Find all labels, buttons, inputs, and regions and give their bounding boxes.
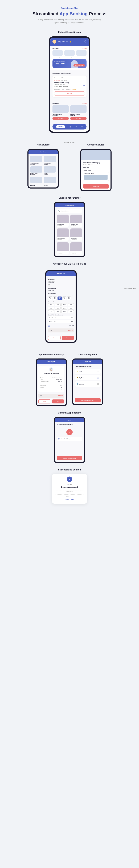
service-grid-item[interactable]: Dental Implant$100.00 <box>44 156 56 165</box>
category-heading: Category <box>53 48 59 49</box>
date-chip[interactable]: Fri28 <box>67 297 71 300</box>
label-choose-doctor: Choose your Doctor <box>3 196 136 199</box>
addon-item[interactable]: Dental X-Ray$75 <box>48 320 74 323</box>
receipt-status: Booking Accepted <box>55 486 84 488</box>
payment-header: Payment <box>73 360 102 364</box>
bell-icon[interactable] <box>84 40 86 43</box>
search-doctor-input[interactable]: 🔍 Search Doctor <box>57 209 82 213</box>
month-next[interactable]: April <box>72 294 74 296</box>
service-detail-image <box>81 150 111 160</box>
check-icon: ✓ <box>67 476 72 482</box>
time-slot[interactable]: 13:00 <box>48 310 54 313</box>
time-slot[interactable]: 13:30 <box>55 310 61 313</box>
service-grid-item[interactable]: Veneers$145.00 <box>44 177 56 186</box>
home-header: Hey, John Doe 👋 <box>50 38 89 45</box>
doctor-card[interactable]: Amelia CarterPedodontist <box>71 242 82 254</box>
appointment-id: Appointment #10 <box>54 77 63 79</box>
label-all-services: All Services <box>37 144 50 146</box>
service-card[interactable]: Tooth Extraction $155.00 Book Now <box>53 105 68 120</box>
more-icon[interactable]: ⋮ <box>84 77 85 79</box>
search-icon: 🔍 <box>58 210 60 212</box>
avatar[interactable] <box>53 40 56 43</box>
home-icon: ⌂ <box>58 126 59 127</box>
label-success: Successfully Booked <box>3 468 136 471</box>
time-slot[interactable]: 10:00 <box>61 303 67 306</box>
service-card[interactable]: Dental Implant ... $100.00 Book Now <box>71 105 86 120</box>
payment-chosen[interactable]: Cash On Delivery <box>57 437 82 441</box>
nav-search[interactable]: ⊕ <box>76 126 77 128</box>
service-grid-item[interactable]: Dental Implant Su...$800.00 <box>30 177 43 186</box>
nav-calendar[interactable]: ▦ <box>70 126 71 128</box>
label-patient-home: Patient Home Screen <box>3 31 136 33</box>
month-prev[interactable]: February <box>48 294 52 296</box>
book-now-button[interactable]: Book Now <box>71 117 86 120</box>
confirm-button[interactable]: Confirm Appointment <box>75 398 101 402</box>
doctor-card[interactable]: Daniel MartinezEndodontist <box>57 228 68 241</box>
addon-item[interactable]: Teeth Whitening$60 <box>48 316 74 319</box>
annotation-edit-booking: Edit booking Info <box>124 270 136 293</box>
banner-book-button[interactable]: Book Appointment <box>74 64 85 66</box>
label-choose-date: Choose Your Date & Time Slot <box>3 262 136 265</box>
service-grid-item[interactable]: Fillings$120.00 <box>44 166 56 175</box>
book-button[interactable]: Book <box>62 336 74 340</box>
check-icon: ✓ <box>66 429 73 435</box>
phone-summary: Booking Info 📋 Appointment Summary Date … <box>36 359 67 406</box>
payment-option[interactable]: 💳 PayTrust <box>75 375 101 380</box>
clinic-card[interactable]: Bright Smiles Dental <box>83 172 109 181</box>
summary-total: $860.00 <box>58 395 63 396</box>
category-item[interactable]: Heart Disorde... <box>76 50 86 58</box>
booking-header: Booking Info <box>47 271 76 276</box>
doctor-header: Choose Doctor <box>55 203 84 207</box>
service-grid-item[interactable]: Tooth Extraction$155.00 <box>30 156 43 165</box>
book-button[interactable]: Book <box>52 399 64 403</box>
phone-confirm: Payment Choose Payment Method ✓ Cash On … <box>54 417 85 463</box>
phone-choose-doctor: Choose Doctor 🔍 Search Doctor Emma Lewis… <box>54 202 85 257</box>
label-summary: Appointment Summary <box>39 353 63 356</box>
cancel-button[interactable]: Cancel <box>54 92 85 95</box>
time-slot[interactable]: 11:00 <box>48 307 54 310</box>
home-button[interactable]: Home <box>38 399 51 403</box>
time-slot[interactable]: 14:00 <box>61 310 67 313</box>
doctor-card[interactable]: Olivia HarrisProsthodontist <box>71 228 82 241</box>
service-grid-item[interactable]: Wisdom Tooth$130.00 <box>30 166 43 175</box>
date-chip-active[interactable]: Wed26 <box>57 297 62 300</box>
services-see-all[interactable]: See All <box>82 102 86 104</box>
services-heading: Services <box>53 102 59 104</box>
category-item[interactable]: Cardiology <box>53 50 63 58</box>
payment-option[interactable]: 💵 Cash <box>75 369 101 374</box>
appointment-date: 07 Mar, 2025 <box>54 80 60 81</box>
wave-icon: 👋 <box>69 41 71 42</box>
date-chip[interactable]: Thu27 <box>62 297 66 300</box>
nav-home[interactable]: ⌂Home <box>56 125 65 128</box>
time-slot[interactable]: 11:30 <box>55 307 61 310</box>
doctor-card[interactable]: Ruth ThomasOral Surgeon <box>57 242 68 254</box>
date-chip[interactable]: Tue25 <box>53 297 57 300</box>
appointment-title: Contact Lens Fitting <box>54 82 85 84</box>
greeting-text: Hey, John Doe <box>58 41 68 42</box>
time-slot[interactable]: 14:30 <box>68 310 74 313</box>
confirm-button[interactable]: Confirm Appointment <box>57 456 82 460</box>
phone-booking: Booking Info Booking For Patient Name Jo… <box>45 270 77 343</box>
doctor-card[interactable]: Sarah BrownPeriodontist <box>71 215 82 227</box>
time-slot[interactable]: 09:30 <box>55 303 61 306</box>
nav-profile[interactable]: ◉ <box>81 126 83 128</box>
payment-option[interactable]: 🏦 Banking <box>75 381 101 386</box>
date-chip[interactable]: Mon24 <box>48 297 52 300</box>
time-slot[interactable]: 10:30 <box>68 303 74 306</box>
phone-all-services: Services Tooth Extraction$155.00 Dental … <box>27 149 59 189</box>
pay-now-radio[interactable] <box>48 325 50 327</box>
month-current: March <box>61 294 64 296</box>
book-now-button[interactable]: Book Now <box>83 184 109 189</box>
time-slot[interactable]: 12:00 <box>61 307 67 310</box>
book-now-button[interactable]: Book Now <box>53 117 68 120</box>
doctor-card[interactable]: Emma LewisOrthodontist <box>57 215 68 227</box>
phone-payment: Payment Choose Payment Method 💵 Cash 💳 P… <box>72 359 103 405</box>
category-item[interactable]: Dermatologi... <box>64 50 75 58</box>
time-slot[interactable]: 12:30 <box>68 307 74 310</box>
home-button[interactable]: Home <box>48 336 61 340</box>
phone-service-detail: Dental Implant Surgery Duration : 50 Min… <box>80 149 112 191</box>
annotation-service-by-step: Service by Step <box>64 138 75 147</box>
time-slot[interactable]: 09:00 <box>48 303 54 306</box>
category-see-all[interactable]: See All <box>82 48 86 49</box>
confirm-header: Payment <box>55 418 84 422</box>
